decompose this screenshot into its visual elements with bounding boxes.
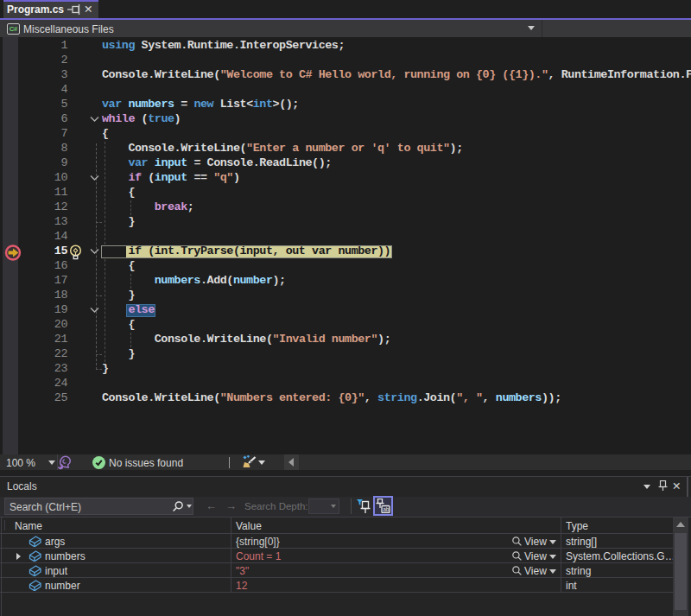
svg-text:ab: ab [383,506,390,512]
